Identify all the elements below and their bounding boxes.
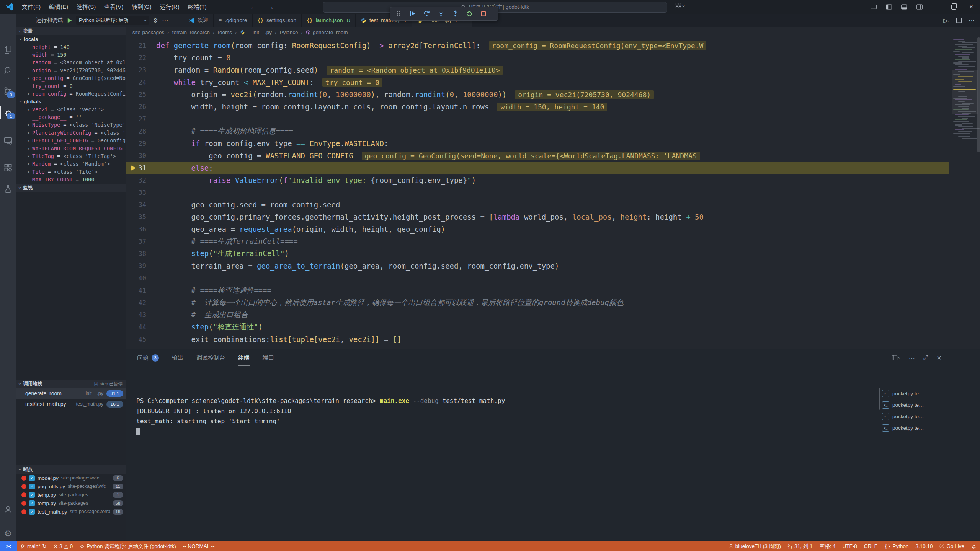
more-actions-icon[interactable]: ⋯: [969, 17, 975, 24]
debug-more-actions-icon[interactable]: ⋯: [162, 17, 168, 24]
activitybar-search[interactable]: [0, 63, 16, 78]
git-branch-status[interactable]: main* ↻: [17, 541, 50, 551]
debug-settings-gear-icon[interactable]: ⚙: [153, 17, 158, 24]
python-interpreter[interactable]: 3.10.10: [912, 541, 936, 551]
variable-row[interactable]: height = 140: [16, 43, 126, 51]
breadcrumb-item[interactable]: site-packages: [132, 29, 164, 35]
code-line[interactable]: 39 terrain_area = geo_area_to_terrain(ge…: [126, 260, 949, 272]
debug-start-button[interactable]: [67, 18, 72, 23]
terminal-list-item[interactable]: >_pocketpy te…: [882, 388, 943, 399]
breadcrumb-item[interactable]: Pylance: [279, 29, 298, 35]
code-line[interactable]: 28 # ====生成初始地理信息====: [126, 125, 949, 137]
breakpoint-row[interactable]: ✓test_math.pysite-packages\terrain_res…1…: [16, 507, 126, 516]
remote-indicator[interactable]: ><: [0, 541, 17, 551]
variable-row[interactable]: ›room_config = RoomRequestConfig(env_t…: [16, 90, 126, 98]
activitybar-source-control[interactable]: 3: [0, 83, 16, 99]
language-mode[interactable]: {} Python: [881, 541, 912, 551]
breakpoint-row[interactable]: ✓temp.pysite-packages58: [16, 499, 126, 507]
panel-tab-debug-console[interactable]: 调试控制台: [196, 349, 225, 366]
variable-group[interactable]: ›globals: [16, 98, 126, 105]
tab-launch-json[interactable]: {} launch.json U: [302, 14, 356, 27]
variable-row[interactable]: ›geo_config = GeoConfig(seed=None, wor…: [16, 74, 126, 82]
activitybar-explorer[interactable]: [0, 42, 16, 57]
code-line[interactable]: 31 else:: [126, 162, 949, 174]
debug-step-out-button[interactable]: [451, 9, 460, 18]
code-line[interactable]: 27: [126, 113, 949, 125]
debug-continue-button[interactable]: [408, 9, 417, 18]
checkbox-checked-icon[interactable]: ✓: [29, 475, 35, 481]
activitybar-remote-explorer[interactable]: [0, 133, 16, 148]
debug-restart-button[interactable]: [465, 9, 474, 18]
gitlens-blame[interactable]: blueloveTH (3 周前): [725, 541, 784, 551]
menu-file[interactable]: 文件(F): [18, 0, 45, 14]
customize-layout-icon[interactable]: [866, 0, 881, 14]
stack-frame[interactable]: test/test_math.py test_math.py 16:1: [16, 399, 126, 409]
editor[interactable]: 2021def generate_room(room_config: RoomR…: [126, 37, 980, 349]
code-line[interactable]: 33: [126, 186, 949, 199]
activitybar-run-and-debug[interactable]: 1: [0, 105, 16, 120]
eol-sequence[interactable]: CRLF: [861, 541, 881, 551]
code-line[interactable]: 40: [126, 272, 949, 284]
variable-row[interactable]: ›WASTELAND_ROOM_REQUEST_CONFIG = RoomR…: [16, 144, 126, 152]
code-line[interactable]: 22 try_count = 0: [126, 52, 949, 64]
encoding[interactable]: UTF-8: [839, 541, 861, 551]
activitybar-settings[interactable]: ⚙: [0, 526, 16, 541]
code-line[interactable]: 38 step("生成TerrainCell"): [126, 248, 949, 260]
terminal-output[interactable]: PS C:\computer_science\godot-ldtk\site-p…: [136, 396, 877, 437]
tab-gdignore[interactable]: ≡ .gdignore: [214, 14, 253, 27]
checkbox-checked-icon[interactable]: ✓: [29, 509, 35, 515]
toggle-sidebar-icon[interactable]: [881, 0, 897, 14]
variable-row[interactable]: ›Tile = <class 'Tile'>: [16, 168, 126, 176]
variable-row[interactable]: __package__ = '': [16, 113, 126, 121]
menu-edit[interactable]: 编辑(E): [45, 0, 72, 14]
split-editor-icon[interactable]: [956, 17, 962, 23]
panel-tab-terminal[interactable]: 终端: [238, 349, 250, 366]
code-line[interactable]: 34 geo_config.seed = room_config.seed: [126, 199, 949, 211]
code-line[interactable]: 43 # 生成出口组合: [126, 309, 949, 321]
variable-row[interactable]: ›NoiseType = <class 'NoiseType'>: [16, 121, 126, 129]
menu-run[interactable]: 运行(R): [156, 0, 184, 14]
variable-row[interactable]: ›TileTag = <class 'TileTag'>: [16, 152, 126, 160]
terminal-list-item[interactable]: >_pocketpy te…: [882, 399, 943, 411]
variable-row[interactable]: ›DEFAULT_GEO_CONFIG = GeoConfig(seed=1…: [16, 137, 126, 144]
close-panel-icon[interactable]: ✕: [937, 354, 942, 362]
menu-more[interactable]: ⋯: [211, 0, 225, 14]
tab-settings-json[interactable]: {} settings.json: [253, 14, 302, 27]
tab-welcome[interactable]: 欢迎: [184, 14, 214, 27]
toggle-secondary-sidebar-icon[interactable]: [912, 0, 927, 14]
vim-mode[interactable]: -- NORMAL --: [180, 541, 218, 551]
debug-step-over-button[interactable]: [422, 9, 431, 18]
variable-row[interactable]: random = <Random object at 0x1bf9d01e…: [16, 59, 126, 66]
code-line[interactable]: 21def generate_room(room_config: RoomReq…: [126, 39, 949, 52]
code-line[interactable]: 35 geo_config.primary_forces.geothermal_…: [126, 211, 949, 223]
code-line[interactable]: 42 # 计算每一个出口的中心，然后使用astar生成路径，确保每一个出口组合都…: [126, 297, 949, 309]
close-button[interactable]: ×: [962, 0, 980, 14]
variable-row[interactable]: ›vec2i = <class 'vec2i'>: [16, 106, 126, 113]
breadcrumb[interactable]: site-packages› terrain_research› rooms› …: [126, 27, 980, 37]
breakpoint-row[interactable]: ✓temp.pysite-packages1: [16, 491, 126, 499]
code-line[interactable]: 37 # ====生成TerrainCell====: [126, 235, 949, 248]
forward-icon[interactable]: →: [267, 3, 274, 11]
menu-terminal[interactable]: 终端(T): [184, 0, 211, 14]
variable-row[interactable]: origin = vec2i(7205730, 9024468): [16, 67, 126, 74]
debug-step-into-button[interactable]: [436, 9, 446, 18]
minimap[interactable]: [952, 37, 977, 140]
terminal-views-icon[interactable]: ›: [892, 355, 900, 361]
terminal-list-scrollbar[interactable]: [879, 388, 880, 410]
breakpoint-row[interactable]: ✓png_utils.pysite-packages\wfc11: [16, 482, 126, 491]
code-line[interactable]: 44 step("检查连通性"): [126, 321, 949, 333]
problems-status[interactable]: ⊗ 3 △ 0: [50, 541, 76, 551]
menu-view[interactable]: 查看(V): [100, 0, 127, 14]
restore-button[interactable]: [945, 0, 962, 14]
breadcrumb-item[interactable]: generate_room: [306, 29, 348, 35]
maximize-panel-icon[interactable]: ⤢: [923, 354, 928, 361]
breadcrumb-item[interactable]: __init__.py: [240, 29, 272, 35]
notifications-bell[interactable]: [968, 541, 980, 551]
breadcrumb-item[interactable]: rooms: [218, 29, 232, 35]
code-line[interactable]: 30 geo_config = WASTELAND_GEO_CONFIGgeo_…: [126, 150, 949, 162]
checkbox-checked-icon[interactable]: ✓: [29, 492, 35, 498]
menu-selection[interactable]: 选择(S): [72, 0, 100, 14]
layout-grid-icon[interactable]: ›: [675, 3, 684, 9]
code-line[interactable]: 24 while try_count < MAX_TRY_COUNT:try_c…: [126, 76, 949, 88]
breadcrumb-item[interactable]: terrain_research: [172, 29, 210, 35]
